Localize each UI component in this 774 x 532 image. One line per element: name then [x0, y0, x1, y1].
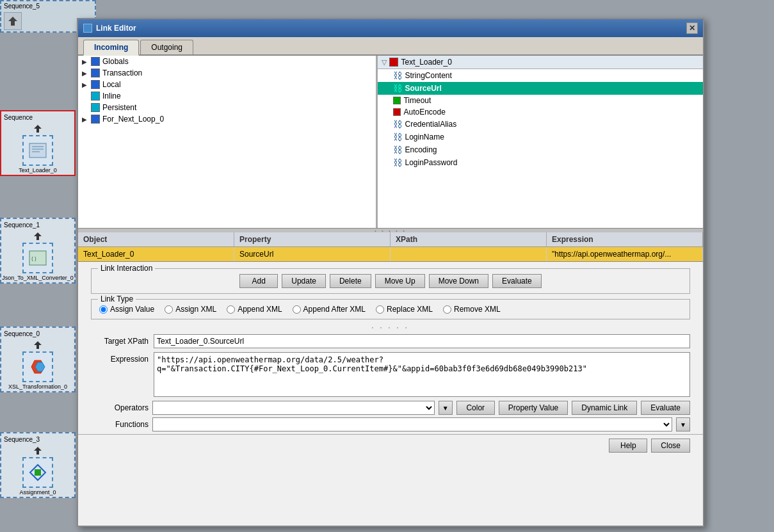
sequence-3-label: Sequence_3 [4, 436, 40, 443]
target-xpath-row: Target XPath [91, 334, 690, 348]
color-button[interactable]: Color [456, 401, 495, 415]
svg-marker-11 [35, 362, 45, 371]
right-item-autoencode[interactable]: AutoEncode [378, 106, 703, 118]
col-property: Property [234, 232, 391, 246]
sequence-0-box: Sequence_0 XSL_Transformation_0 [0, 326, 76, 392]
text-loader-icon-seq[interactable] [22, 135, 53, 166]
tab-outgoing[interactable]: Outgoing [140, 40, 193, 54]
expand-persistent-placeholder [81, 104, 88, 111]
add-button[interactable]: Add [239, 274, 278, 288]
dialog-close-button[interactable]: ✕ [686, 22, 698, 34]
help-button[interactable]: Help [609, 439, 647, 453]
radio-replace-xml[interactable]: Replace XML [376, 305, 433, 314]
sequence-0-label: Sequence_0 [4, 330, 40, 337]
sourceurl-chain-icon: ⛓ [393, 83, 402, 93]
loginname-chain-icon: ⛓ [393, 132, 402, 142]
sequence-1-label: Sequence_1 [4, 222, 40, 229]
tree-item-inline[interactable]: Inline [78, 90, 376, 102]
stringcontent-chain-icon: ⛓ [393, 70, 402, 81]
link-interaction-label: Link Interaction [98, 264, 155, 273]
right-item-timeout[interactable]: Timeout [378, 95, 703, 106]
operators-select[interactable] [152, 401, 435, 415]
right-item-credentialalias[interactable]: ⛓ CredentialAlias [378, 118, 703, 131]
transaction-label: Transaction [102, 69, 142, 77]
operators-label: Operators [91, 403, 149, 412]
tree-item-globals[interactable]: ▶ Globals [78, 56, 376, 67]
radio-append-xml[interactable]: Append XML [227, 305, 282, 314]
right-item-loginname[interactable]: ⛓ LoginName [378, 131, 703, 143]
property-value-button[interactable]: Property Value [499, 401, 568, 415]
credentialalias-label: CredentialAlias [405, 120, 456, 129]
table-row[interactable]: Text_Loader_0 SourceUrl "https://api.ope… [78, 247, 703, 261]
tree-item-local[interactable]: ▶ Local [78, 79, 376, 90]
dialog-titlebar: Link Editor ✕ [78, 19, 703, 37]
autoencode-icon [393, 108, 401, 116]
svg-text:{ }: { } [31, 255, 36, 261]
update-button[interactable]: Update [282, 274, 326, 288]
link-interaction-group: Link Interaction Add Update Delete Move … [91, 268, 690, 294]
link-editor-dialog: Link Editor ✕ Incoming Outgoing ▶ Global… [77, 18, 704, 527]
text-loader-root-icon [389, 58, 398, 67]
operators-dropdown-btn[interactable]: ▼ [439, 401, 453, 415]
credentialalias-chain-icon: ⛓ [393, 119, 402, 129]
tab-incoming[interactable]: Incoming [83, 40, 139, 56]
bottom-buttons: Help Close [78, 434, 703, 456]
panels-area: ▶ Globals ▶ Transaction ▶ Local Inline [78, 56, 703, 229]
functions-dropdown-btn[interactable]: ▼ [676, 417, 690, 431]
expand-inline-placeholder [81, 92, 88, 100]
evaluate-link-button[interactable]: Evaluate [492, 274, 542, 288]
globals-icon [91, 57, 100, 66]
expression-textarea[interactable] [154, 352, 690, 397]
move-down-button[interactable]: Move Down [429, 274, 488, 288]
inline-label: Inline [102, 92, 121, 101]
functions-select[interactable] [152, 417, 672, 431]
tree-item-transaction[interactable]: ▶ Transaction [78, 67, 376, 79]
expand-for-next[interactable]: ▶ [81, 115, 88, 123]
close-button[interactable]: Close [651, 439, 690, 453]
timeout-label: Timeout [403, 96, 431, 105]
sequence-1-box: Sequence_1 { } Json_To_XML_Converter_0 [0, 218, 76, 284]
row-property: SourceUrl [234, 247, 391, 261]
loginpassword-chain-icon: ⛓ [393, 157, 402, 168]
right-panel-expand: ▽ [382, 58, 387, 67]
radio-append-after-xml[interactable]: Append After XML [293, 305, 366, 314]
radio-remove-xml[interactable]: Remove XML [443, 305, 501, 314]
expand-local[interactable]: ▶ [81, 81, 88, 88]
expression-row: Expression [91, 352, 690, 397]
target-xpath-input[interactable] [154, 334, 690, 348]
radio-assign-value[interactable]: Assign Value [99, 305, 154, 314]
right-panel-root-label: Text_Loader_0 [401, 58, 451, 67]
col-xpath: XPath [391, 232, 547, 246]
globals-label: Globals [102, 57, 129, 66]
row-expression: "https://api.openweathermap.org/... [547, 247, 703, 261]
tree-item-for-next[interactable]: ▶ For_Next_Loop_0 [78, 113, 376, 125]
left-panel: ▶ Globals ▶ Transaction ▶ Local Inline [78, 56, 378, 228]
svg-marker-6 [34, 232, 42, 240]
loginname-label: LoginName [405, 133, 444, 141]
xsl-transform-icon[interactable] [22, 351, 53, 382]
encoding-chain-icon: ⛓ [393, 145, 402, 155]
dynamic-link-button[interactable]: Dynamic Link [572, 401, 637, 415]
right-item-sourceurl[interactable]: ⛓ SourceUrl [378, 82, 703, 95]
assignment-icon[interactable] [22, 457, 53, 488]
target-xpath-label: Target XPath [91, 337, 149, 346]
dialog-title-text: Link Editor [96, 24, 136, 33]
right-item-stringcontent[interactable]: ⛓ StringContent [378, 69, 703, 82]
radio-assign-xml[interactable]: Assign XML [165, 305, 216, 314]
expand-transaction[interactable]: ▶ [81, 69, 88, 77]
sequence-label: Sequence [4, 114, 33, 121]
col-object: Object [78, 232, 234, 246]
assignment-label: Assignment_0 [19, 489, 56, 496]
move-up-button[interactable]: Move Up [375, 274, 425, 288]
right-item-loginpassword[interactable]: ⛓ LoginPassword [378, 156, 703, 169]
expand-globals[interactable]: ▶ [81, 58, 88, 65]
json-converter-icon[interactable]: { } [22, 243, 53, 273]
dialog-icon [83, 24, 92, 33]
for-next-label: For_Next_Loop_0 [102, 115, 164, 124]
operators-evaluate-button[interactable]: Evaluate [641, 401, 690, 415]
right-item-encoding[interactable]: ⛓ Encoding [378, 143, 703, 156]
text-loader-label: Text_Loader_0 [19, 167, 57, 173]
delete-button[interactable]: Delete [330, 274, 371, 288]
tree-item-persistent[interactable]: Persistent [78, 102, 376, 113]
transaction-icon [91, 69, 100, 77]
